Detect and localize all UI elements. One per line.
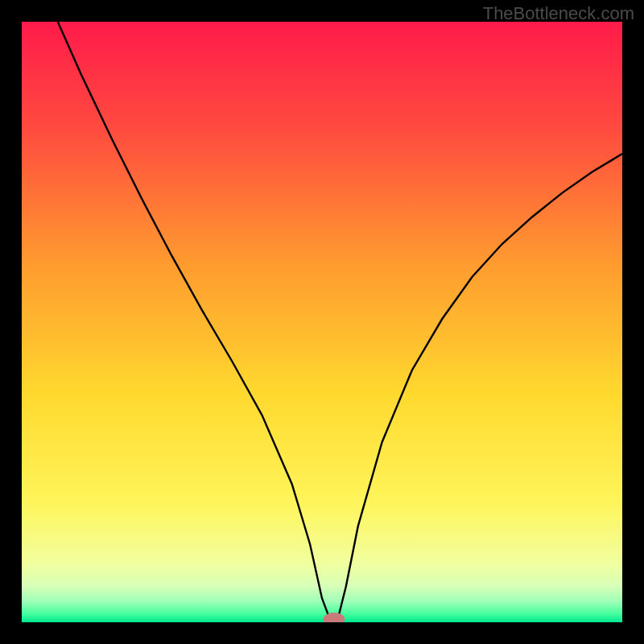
watermark-text: TheBottleneck.com xyxy=(483,3,634,24)
plot-frame xyxy=(22,22,622,622)
chart-background xyxy=(22,22,622,622)
bottleneck-chart xyxy=(22,22,622,622)
